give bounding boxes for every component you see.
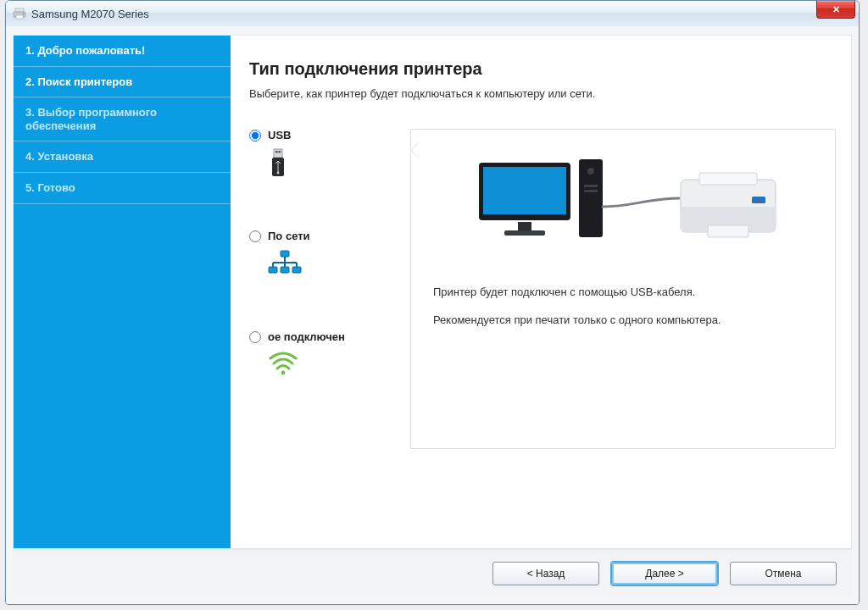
connection-options: USB (249, 129, 410, 449)
svg-rect-9 (281, 251, 289, 257)
wizard-footer: < Назад Далее > Отмена (13, 549, 852, 597)
wizard-steps-sidebar: 1. Добро пожаловать! 2. Поиск принтеров … (14, 36, 231, 548)
svg-point-18 (281, 370, 286, 374)
step-welcome: 1. Добро пожаловать! (14, 36, 231, 67)
svg-rect-21 (518, 222, 531, 230)
usb-connection-illustration (433, 143, 813, 270)
titlebar: Samsung M2070 Series ✕ (6, 1, 859, 27)
main-panel: Тип подключения принтера Выберите, как п… (231, 36, 851, 548)
close-button[interactable]: ✕ (816, 1, 855, 19)
info-text-line1: Принтер будет подключен с помощью USB-ка… (433, 286, 813, 298)
svg-point-3 (23, 13, 25, 14)
svg-rect-22 (504, 230, 545, 236)
back-button[interactable]: < Назад (492, 562, 599, 585)
svg-rect-0 (15, 8, 24, 12)
wifi-icon (268, 351, 302, 385)
svg-rect-15 (269, 267, 277, 273)
svg-rect-5 (275, 151, 278, 153)
svg-rect-2 (16, 15, 23, 19)
step-done: 5. Готово (14, 173, 231, 204)
svg-rect-16 (281, 267, 289, 273)
svg-rect-30 (708, 225, 748, 237)
connection-info-panel: Принтер будет подключен с помощью USB-ка… (410, 129, 836, 449)
step-select-software: 3. Выбор программного обеспечения (14, 97, 231, 141)
option-wireless[interactable]: ое подключен (249, 330, 410, 385)
radio-network[interactable] (249, 230, 261, 242)
step-search-printers: 2. Поиск принтеров (14, 67, 231, 98)
window-title: Samsung M2070 Series (31, 8, 149, 20)
label-usb: USB (268, 129, 291, 141)
svg-point-8 (277, 172, 280, 175)
cancel-button[interactable]: Отмена (730, 562, 837, 585)
svg-rect-17 (292, 267, 301, 273)
close-icon: ✕ (832, 4, 840, 15)
svg-rect-6 (279, 151, 281, 153)
info-text-line2: Рекомендуется при печати только с одного… (433, 313, 813, 326)
next-button[interactable]: Далее > (611, 562, 718, 585)
step-install: 4. Установка (14, 141, 231, 173)
svg-rect-29 (699, 173, 757, 185)
radio-wireless[interactable] (249, 331, 261, 343)
page-heading: Тип подключения принтера (249, 59, 836, 79)
option-usb[interactable]: USB (249, 129, 410, 182)
svg-rect-4 (274, 149, 282, 158)
usb-icon (268, 148, 302, 182)
page-subtitle: Выберите, как принтер будет подключаться… (249, 87, 836, 100)
option-network[interactable]: По сети (249, 230, 410, 283)
printer-app-icon (13, 7, 26, 20)
svg-rect-26 (584, 190, 598, 192)
svg-rect-20 (483, 167, 566, 214)
svg-rect-31 (752, 197, 765, 203)
label-wireless: ое подключен (268, 330, 345, 344)
svg-point-24 (587, 168, 594, 175)
label-network: По сети (268, 230, 310, 242)
radio-usb[interactable] (249, 130, 261, 141)
network-icon (268, 249, 302, 283)
svg-rect-25 (584, 185, 598, 187)
window-frame: Samsung M2070 Series ✕ 1. Добро пожалова… (5, 0, 860, 605)
